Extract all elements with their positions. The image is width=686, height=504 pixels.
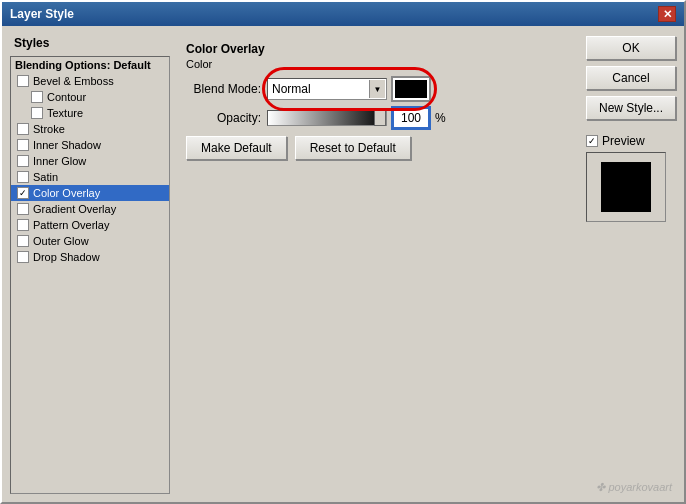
blend-mode-label: Blend Mode: xyxy=(186,82,261,96)
blending-options-header[interactable]: Blending Options: Default xyxy=(11,57,169,73)
button-row: Make Default Reset to Default xyxy=(186,136,570,160)
right-panel: OK Cancel New Style... Preview xyxy=(586,34,676,494)
blend-mode-row: Blend Mode: Normal Dissolve Multiply Scr… xyxy=(186,78,570,100)
stroke-label: Stroke xyxy=(33,123,65,135)
inner-shadow-label: Inner Shadow xyxy=(33,139,101,151)
sidebar-item-gradient-overlay[interactable]: Gradient Overlay xyxy=(11,201,169,217)
texture-label: Texture xyxy=(47,107,83,119)
pattern-overlay-checkbox[interactable] xyxy=(17,219,29,231)
main-content: Color Overlay Color Blend Mode: Normal D… xyxy=(178,34,578,494)
gradient-overlay-checkbox[interactable] xyxy=(17,203,29,215)
sidebar-item-satin[interactable]: Satin xyxy=(11,169,169,185)
section-title: Color Overlay xyxy=(186,42,570,56)
blend-mode-select-wrapper: Normal Dissolve Multiply Screen Overlay … xyxy=(267,78,387,100)
preview-label: Preview xyxy=(602,134,645,148)
sidebar-item-outer-glow[interactable]: Outer Glow xyxy=(11,233,169,249)
reset-default-button[interactable]: Reset to Default xyxy=(295,136,411,160)
make-default-button[interactable]: Make Default xyxy=(186,136,287,160)
preview-checkbox[interactable] xyxy=(586,135,598,147)
cancel-button[interactable]: Cancel xyxy=(586,66,676,90)
color-overlay-checkbox[interactable] xyxy=(17,187,29,199)
color-overlay-label: Color Overlay xyxy=(33,187,100,199)
layer-style-window: Layer Style ✕ Styles Blending Options: D… xyxy=(0,0,686,504)
opacity-slider[interactable] xyxy=(267,110,387,126)
new-style-button[interactable]: New Style... xyxy=(586,96,676,120)
sidebar-item-drop-shadow[interactable]: Drop Shadow xyxy=(11,249,169,265)
drop-shadow-label: Drop Shadow xyxy=(33,251,100,263)
close-button[interactable]: ✕ xyxy=(658,6,676,22)
title-bar: Layer Style ✕ xyxy=(2,2,684,26)
sidebar-item-inner-glow[interactable]: Inner Glow xyxy=(11,153,169,169)
window-body: Styles Blending Options: Default Bevel &… xyxy=(2,26,684,502)
watermark: ✤ poyarkovaart xyxy=(596,480,672,494)
stroke-checkbox[interactable] xyxy=(17,123,29,135)
color-swatch[interactable] xyxy=(393,78,429,100)
blend-mode-select[interactable]: Normal Dissolve Multiply Screen Overlay xyxy=(267,78,387,100)
outer-glow-label: Outer Glow xyxy=(33,235,89,247)
gradient-overlay-label: Gradient Overlay xyxy=(33,203,116,215)
inner-glow-label: Inner Glow xyxy=(33,155,86,167)
inner-shadow-checkbox[interactable] xyxy=(17,139,29,151)
ok-button[interactable]: OK xyxy=(586,36,676,60)
satin-label: Satin xyxy=(33,171,58,183)
inner-glow-checkbox[interactable] xyxy=(17,155,29,167)
bevel-emboss-label: Bevel & Emboss xyxy=(33,75,114,87)
drop-shadow-checkbox[interactable] xyxy=(17,251,29,263)
preview-section: Preview xyxy=(586,134,676,222)
sidebar-item-stroke[interactable]: Stroke xyxy=(11,121,169,137)
texture-checkbox[interactable] xyxy=(31,107,43,119)
preview-swatch xyxy=(601,162,651,212)
opacity-input[interactable] xyxy=(393,108,429,128)
opacity-label: Opacity: xyxy=(186,111,261,125)
preview-label-row: Preview xyxy=(586,134,645,148)
bevel-emboss-checkbox[interactable] xyxy=(17,75,29,87)
styles-list: Blending Options: Default Bevel & Emboss… xyxy=(10,56,170,494)
outer-glow-checkbox[interactable] xyxy=(17,235,29,247)
contour-checkbox[interactable] xyxy=(31,91,43,103)
contour-label: Contour xyxy=(47,91,86,103)
opacity-row: Opacity: % xyxy=(186,108,570,128)
pattern-overlay-label: Pattern Overlay xyxy=(33,219,109,231)
sidebar-item-color-overlay[interactable]: Color Overlay xyxy=(11,185,169,201)
preview-box xyxy=(586,152,666,222)
sidebar-item-contour[interactable]: Contour xyxy=(11,89,169,105)
color-overlay-panel: Color Overlay Color Blend Mode: Normal D… xyxy=(178,34,578,168)
sidebar-item-bevel-emboss[interactable]: Bevel & Emboss xyxy=(11,73,169,89)
sidebar-item-texture[interactable]: Texture xyxy=(11,105,169,121)
window-title: Layer Style xyxy=(10,7,74,21)
styles-panel-header: Styles xyxy=(10,34,170,52)
percent-label: % xyxy=(435,111,446,125)
satin-checkbox[interactable] xyxy=(17,171,29,183)
left-panel: Styles Blending Options: Default Bevel &… xyxy=(10,34,170,494)
sidebar-item-pattern-overlay[interactable]: Pattern Overlay xyxy=(11,217,169,233)
section-subtitle: Color xyxy=(186,58,570,70)
sidebar-item-inner-shadow[interactable]: Inner Shadow xyxy=(11,137,169,153)
